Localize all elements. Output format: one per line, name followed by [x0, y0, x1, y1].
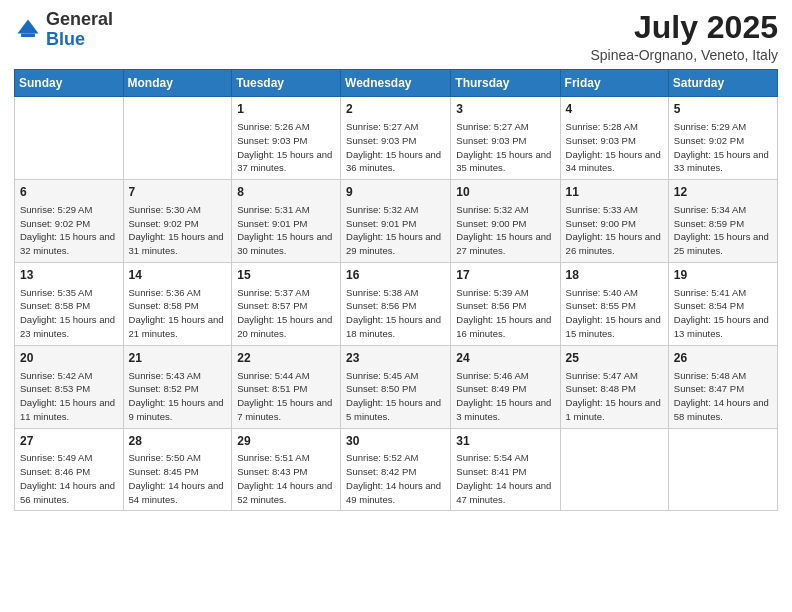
- day-info: Sunrise: 5:30 AMSunset: 9:02 PMDaylight:…: [129, 203, 227, 258]
- day-number: 25: [566, 350, 663, 367]
- logo: General Blue: [14, 10, 113, 50]
- day-number: 30: [346, 433, 445, 450]
- day-info: Sunrise: 5:29 AMSunset: 9:02 PMDaylight:…: [20, 203, 118, 258]
- calendar-cell: 25Sunrise: 5:47 AMSunset: 8:48 PMDayligh…: [560, 345, 668, 428]
- day-number: 9: [346, 184, 445, 201]
- day-info: Sunrise: 5:43 AMSunset: 8:52 PMDaylight:…: [129, 369, 227, 424]
- day-number: 21: [129, 350, 227, 367]
- day-number: 23: [346, 350, 445, 367]
- svg-rect-1: [21, 33, 35, 37]
- calendar-cell: 30Sunrise: 5:52 AMSunset: 8:42 PMDayligh…: [341, 428, 451, 511]
- day-info: Sunrise: 5:32 AMSunset: 9:01 PMDaylight:…: [346, 203, 445, 258]
- day-number: 13: [20, 267, 118, 284]
- calendar-cell: 15Sunrise: 5:37 AMSunset: 8:57 PMDayligh…: [232, 262, 341, 345]
- calendar-cell: [15, 97, 124, 180]
- page: General Blue July 2025 Spinea-Orgnano, V…: [0, 0, 792, 612]
- day-number: 27: [20, 433, 118, 450]
- calendar-cell: 8Sunrise: 5:31 AMSunset: 9:01 PMDaylight…: [232, 180, 341, 263]
- calendar-table: SundayMondayTuesdayWednesdayThursdayFrid…: [14, 69, 778, 511]
- day-info: Sunrise: 5:46 AMSunset: 8:49 PMDaylight:…: [456, 369, 554, 424]
- calendar-cell: 31Sunrise: 5:54 AMSunset: 8:41 PMDayligh…: [451, 428, 560, 511]
- calendar-week-row: 20Sunrise: 5:42 AMSunset: 8:53 PMDayligh…: [15, 345, 778, 428]
- day-number: 16: [346, 267, 445, 284]
- title-month: July 2025: [590, 10, 778, 45]
- logo-icon: [14, 16, 42, 44]
- day-info: Sunrise: 5:47 AMSunset: 8:48 PMDaylight:…: [566, 369, 663, 424]
- day-number: 24: [456, 350, 554, 367]
- day-number: 19: [674, 267, 772, 284]
- calendar-cell: 3Sunrise: 5:27 AMSunset: 9:03 PMDaylight…: [451, 97, 560, 180]
- calendar-week-row: 6Sunrise: 5:29 AMSunset: 9:02 PMDaylight…: [15, 180, 778, 263]
- logo-general-text: General: [46, 9, 113, 29]
- calendar-cell: 11Sunrise: 5:33 AMSunset: 9:00 PMDayligh…: [560, 180, 668, 263]
- day-number: 10: [456, 184, 554, 201]
- calendar-cell: 1Sunrise: 5:26 AMSunset: 9:03 PMDaylight…: [232, 97, 341, 180]
- calendar-cell: 2Sunrise: 5:27 AMSunset: 9:03 PMDaylight…: [341, 97, 451, 180]
- day-info: Sunrise: 5:39 AMSunset: 8:56 PMDaylight:…: [456, 286, 554, 341]
- day-number: 14: [129, 267, 227, 284]
- weekday-header-row: SundayMondayTuesdayWednesdayThursdayFrid…: [15, 70, 778, 97]
- day-number: 28: [129, 433, 227, 450]
- day-info: Sunrise: 5:28 AMSunset: 9:03 PMDaylight:…: [566, 120, 663, 175]
- weekday-header-friday: Friday: [560, 70, 668, 97]
- day-info: Sunrise: 5:37 AMSunset: 8:57 PMDaylight:…: [237, 286, 335, 341]
- calendar-cell: 24Sunrise: 5:46 AMSunset: 8:49 PMDayligh…: [451, 345, 560, 428]
- day-info: Sunrise: 5:34 AMSunset: 8:59 PMDaylight:…: [674, 203, 772, 258]
- weekday-header-wednesday: Wednesday: [341, 70, 451, 97]
- day-number: 6: [20, 184, 118, 201]
- day-number: 7: [129, 184, 227, 201]
- calendar-cell: 18Sunrise: 5:40 AMSunset: 8:55 PMDayligh…: [560, 262, 668, 345]
- calendar-cell: 21Sunrise: 5:43 AMSunset: 8:52 PMDayligh…: [123, 345, 232, 428]
- day-number: 31: [456, 433, 554, 450]
- day-number: 3: [456, 101, 554, 118]
- day-info: Sunrise: 5:26 AMSunset: 9:03 PMDaylight:…: [237, 120, 335, 175]
- day-number: 29: [237, 433, 335, 450]
- day-info: Sunrise: 5:31 AMSunset: 9:01 PMDaylight:…: [237, 203, 335, 258]
- calendar-cell: 29Sunrise: 5:51 AMSunset: 8:43 PMDayligh…: [232, 428, 341, 511]
- day-info: Sunrise: 5:36 AMSunset: 8:58 PMDaylight:…: [129, 286, 227, 341]
- calendar-week-row: 13Sunrise: 5:35 AMSunset: 8:58 PMDayligh…: [15, 262, 778, 345]
- calendar-cell: 10Sunrise: 5:32 AMSunset: 9:00 PMDayligh…: [451, 180, 560, 263]
- day-info: Sunrise: 5:48 AMSunset: 8:47 PMDaylight:…: [674, 369, 772, 424]
- day-info: Sunrise: 5:38 AMSunset: 8:56 PMDaylight:…: [346, 286, 445, 341]
- day-number: 18: [566, 267, 663, 284]
- calendar-cell: 22Sunrise: 5:44 AMSunset: 8:51 PMDayligh…: [232, 345, 341, 428]
- calendar-cell: 4Sunrise: 5:28 AMSunset: 9:03 PMDaylight…: [560, 97, 668, 180]
- day-number: 15: [237, 267, 335, 284]
- calendar-cell: 7Sunrise: 5:30 AMSunset: 9:02 PMDaylight…: [123, 180, 232, 263]
- day-info: Sunrise: 5:49 AMSunset: 8:46 PMDaylight:…: [20, 451, 118, 506]
- day-info: Sunrise: 5:33 AMSunset: 9:00 PMDaylight:…: [566, 203, 663, 258]
- day-number: 26: [674, 350, 772, 367]
- calendar-cell: [123, 97, 232, 180]
- logo-blue-text: Blue: [46, 29, 85, 49]
- day-info: Sunrise: 5:32 AMSunset: 9:00 PMDaylight:…: [456, 203, 554, 258]
- calendar-cell: 5Sunrise: 5:29 AMSunset: 9:02 PMDaylight…: [668, 97, 777, 180]
- day-number: 12: [674, 184, 772, 201]
- calendar-cell: 17Sunrise: 5:39 AMSunset: 8:56 PMDayligh…: [451, 262, 560, 345]
- svg-marker-0: [18, 19, 39, 33]
- calendar-cell: 28Sunrise: 5:50 AMSunset: 8:45 PMDayligh…: [123, 428, 232, 511]
- logo-text: General Blue: [46, 10, 113, 50]
- calendar-cell: 23Sunrise: 5:45 AMSunset: 8:50 PMDayligh…: [341, 345, 451, 428]
- calendar-cell: [668, 428, 777, 511]
- calendar-cell: 26Sunrise: 5:48 AMSunset: 8:47 PMDayligh…: [668, 345, 777, 428]
- day-info: Sunrise: 5:35 AMSunset: 8:58 PMDaylight:…: [20, 286, 118, 341]
- weekday-header-thursday: Thursday: [451, 70, 560, 97]
- calendar-week-row: 27Sunrise: 5:49 AMSunset: 8:46 PMDayligh…: [15, 428, 778, 511]
- day-info: Sunrise: 5:50 AMSunset: 8:45 PMDaylight:…: [129, 451, 227, 506]
- calendar-cell: 27Sunrise: 5:49 AMSunset: 8:46 PMDayligh…: [15, 428, 124, 511]
- weekday-header-saturday: Saturday: [668, 70, 777, 97]
- title-block: July 2025 Spinea-Orgnano, Veneto, Italy: [590, 10, 778, 63]
- calendar-cell: 16Sunrise: 5:38 AMSunset: 8:56 PMDayligh…: [341, 262, 451, 345]
- day-number: 22: [237, 350, 335, 367]
- day-number: 5: [674, 101, 772, 118]
- day-info: Sunrise: 5:42 AMSunset: 8:53 PMDaylight:…: [20, 369, 118, 424]
- calendar-cell: 12Sunrise: 5:34 AMSunset: 8:59 PMDayligh…: [668, 180, 777, 263]
- weekday-header-tuesday: Tuesday: [232, 70, 341, 97]
- calendar-cell: 20Sunrise: 5:42 AMSunset: 8:53 PMDayligh…: [15, 345, 124, 428]
- calendar-cell: 9Sunrise: 5:32 AMSunset: 9:01 PMDaylight…: [341, 180, 451, 263]
- day-info: Sunrise: 5:27 AMSunset: 9:03 PMDaylight:…: [346, 120, 445, 175]
- day-number: 17: [456, 267, 554, 284]
- day-number: 8: [237, 184, 335, 201]
- day-number: 4: [566, 101, 663, 118]
